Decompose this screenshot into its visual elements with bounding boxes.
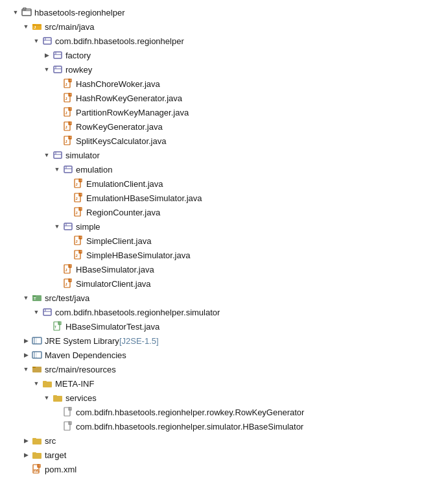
java-file-icon: J [62, 93, 74, 103]
svg-text:J: J [65, 125, 67, 129]
package-simulator[interactable]: simulator [0, 148, 448, 162]
service-file-hbasesimulator[interactable]: com.bdifn.hbasetools.regionhelper.simula… [0, 419, 448, 433]
file-emulationhbasesimulator[interactable]: J EmulationHBaseSimulator.java [0, 191, 448, 205]
svg-text:XML: XML [34, 469, 40, 472]
expand-arrow[interactable] [31, 378, 41, 389]
java-file-icon: J [62, 278, 74, 289]
folder-target[interactable]: target [0, 448, 448, 462]
package-icon [62, 221, 74, 232]
file-splitkeyscalculator[interactable]: J SplitKeysCalculator.java [0, 134, 448, 148]
package-test-simulator[interactable]: com.bdifn.hbasetools.regionhelper.simula… [0, 305, 448, 319]
regioncounter-label: RegionCounter.java [86, 208, 160, 217]
expand-arrow[interactable] [52, 221, 62, 232]
file-simpleclient[interactable]: J SimpleClient.java [0, 234, 448, 248]
folder-services[interactable]: services [0, 391, 448, 405]
svg-rect-1 [22, 10, 31, 11]
simulator-label: simulator [65, 151, 100, 160]
tree-root[interactable]: hbasetools-regionhelper [0, 5, 448, 19]
file-hashchorewoker[interactable]: J HashChoreWoker.java [0, 77, 448, 91]
java-file-icon: J [73, 178, 84, 189]
hbasesimulatortest-label: HBaseSimulatorTest.java [65, 322, 159, 332]
no-arrow [52, 278, 62, 289]
no-arrow [52, 264, 62, 274]
service-hbasesimulator-label: com.bdifn.hbasetools.regionhelper.simula… [76, 422, 303, 432]
expand-arrow[interactable] [41, 64, 52, 75]
hashrowkeygenerator-label: HashRowKeyGenerator.java [76, 93, 182, 103]
jre-system-library[interactable]: JRE System Library [J2SE-1.5] [0, 334, 448, 348]
no-arrow [52, 79, 62, 89]
svg-text:J: J [76, 197, 78, 201]
no-arrow [62, 250, 73, 260]
rowkey-label: rowkey [65, 65, 92, 75]
svg-rect-76 [32, 367, 36, 368]
file-hashrowkeygenerator[interactable]: J HashRowKeyGenerator.java [0, 91, 448, 105]
folder-icon [31, 435, 43, 446]
src-main-java-label: src/main/java [45, 22, 95, 32]
package-icon [52, 150, 64, 160]
svg-text:T: T [54, 325, 56, 329]
package-root[interactable]: com.bdifn.hbasetools.regionhelper [0, 34, 448, 48]
file-regioncounter[interactable]: J RegionCounter.java [0, 205, 448, 219]
splitkeyscalculator-label: SplitKeysCalculator.java [76, 136, 166, 146]
src-main-resources-label: src/main/resources [45, 365, 116, 374]
expand-arrow[interactable] [31, 36, 41, 46]
package-factory[interactable]: factory [0, 48, 448, 62]
src-test-java[interactable]: T src/test/java [0, 291, 448, 305]
svg-rect-69 [32, 337, 41, 344]
no-arrow [62, 236, 73, 246]
expand-arrow[interactable] [21, 21, 31, 32]
package-rowkey[interactable]: rowkey [0, 62, 448, 77]
no-arrow [52, 93, 62, 103]
expand-arrow[interactable] [41, 393, 52, 403]
svg-text:J: J [65, 268, 67, 272]
src-label: src [45, 436, 56, 446]
simplehbasesimulator-label: SimpleHBaseSimulator.java [86, 250, 190, 260]
package-simple[interactable]: simple [0, 219, 448, 234]
src-main-resources[interactable]: src/main/resources [0, 362, 448, 376]
java-file-icon: J [73, 250, 84, 260]
no-arrow [52, 107, 62, 117]
package-icon [41, 307, 53, 317]
svg-text:J: J [76, 239, 78, 243]
expand-arrow[interactable] [21, 435, 31, 446]
file-simplehbasesimulator[interactable]: J SimpleHBaseSimulator.java [0, 248, 448, 262]
service-file-rowkeygenerator[interactable]: com.bdifn.hbasetools.regionhelper.rowkey… [0, 405, 448, 419]
svg-rect-80 [53, 395, 57, 397]
file-hbasesimulatortest[interactable]: T HBaseSimulatorTest.java [0, 319, 448, 334]
expand-arrow[interactable] [31, 307, 41, 317]
jre-label: JRE System Library [45, 336, 119, 346]
src-test-java-label: src/test/java [45, 293, 89, 303]
folder-metainf[interactable]: META-INF [0, 376, 448, 391]
expand-arrow[interactable] [10, 7, 21, 18]
package-icon [52, 50, 64, 60]
emulation-label: emulation [76, 165, 112, 175]
file-rowkeygenerator[interactable]: J RowKeyGenerator.java [0, 119, 448, 134]
partitionrowkeymanager-label: PartitionRowKeyManager.java [76, 108, 189, 117]
expand-arrow[interactable] [21, 364, 31, 374]
java-file-icon: J [62, 121, 74, 132]
src-main-java[interactable]: J src/main/java [0, 19, 448, 34]
no-arrow [52, 121, 62, 132]
svg-rect-33 [64, 166, 72, 173]
file-hbasesimulator[interactable]: J HBaseSimulator.java [0, 262, 448, 276]
src-folder-icon: J [31, 21, 43, 32]
expand-arrow[interactable] [21, 450, 31, 460]
no-arrow [52, 407, 62, 417]
expand-arrow[interactable] [21, 335, 31, 346]
maven-dependencies[interactable]: Maven Dependencies [0, 348, 448, 362]
file-partitionrowkeymanager[interactable]: J PartitionRowKeyManager.java [0, 105, 448, 119]
simple-label: simple [76, 222, 100, 232]
file-pom-xml[interactable]: XML pom.xml [0, 462, 448, 476]
expand-arrow[interactable] [21, 293, 31, 303]
expand-arrow[interactable] [21, 350, 31, 360]
expand-arrow[interactable] [41, 50, 52, 60]
svg-rect-86 [32, 438, 36, 440]
file-emulationclient[interactable]: J EmulationClient.java [0, 176, 448, 191]
folder-src[interactable]: src [0, 433, 448, 448]
expand-arrow[interactable] [52, 164, 62, 175]
expand-arrow[interactable] [41, 150, 52, 160]
java-file-icon: J [62, 79, 74, 89]
file-simulatorclient[interactable]: J SimulatorClient.java [0, 276, 448, 291]
package-emulation[interactable]: emulation [0, 162, 448, 176]
test-folder-icon: T [31, 293, 43, 303]
